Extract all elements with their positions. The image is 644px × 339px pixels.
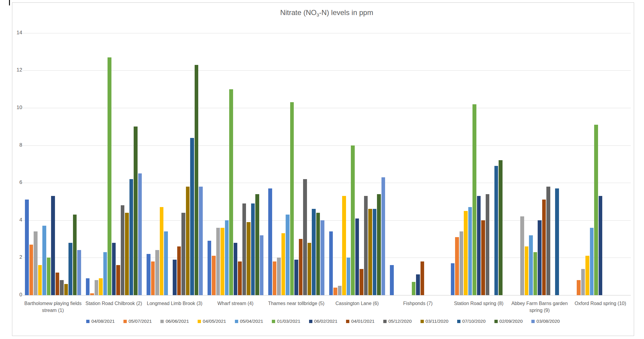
bar-03/08/2020-cat4: [260, 235, 264, 295]
bar-06/02/2021-cat10: [599, 196, 603, 295]
legend-label: 05/04/2021: [240, 319, 263, 324]
bar-05/07/2021-cat5: [273, 261, 277, 295]
bar-01/03/2021-cat10: [594, 125, 598, 295]
bar-03/08/2020-cat2: [138, 173, 142, 295]
y-tick-label: 8: [7, 142, 22, 148]
legend-color-swatch: [421, 320, 424, 323]
bar-05/12/2020-cat1: [60, 280, 64, 295]
bar-06/06/2021-cat1: [34, 231, 38, 295]
bar-04/05/2021-cat10: [585, 256, 589, 295]
bar-03/11/2020-cat1: [64, 284, 68, 295]
bar-05/12/2020-cat8: [486, 194, 490, 295]
legend-item: 01/03/2021: [272, 319, 300, 324]
legend-color-swatch: [457, 320, 460, 323]
bar-04/01/2021-cat4: [238, 261, 242, 295]
bar-05/04/2021-cat1: [42, 226, 46, 295]
bar-06/02/2021-cat4: [234, 243, 238, 295]
bar-01/03/2021-cat5: [290, 102, 294, 295]
bar-05/04/2021-cat5: [286, 215, 290, 295]
gridline: [23, 183, 631, 183]
x-category-label: Fishponds (7): [386, 300, 450, 307]
bar-07/10/2020-cat3: [190, 138, 194, 295]
legend-label: 04/01/2021: [351, 319, 375, 324]
x-category-label: Longmead Limb Brook (3): [142, 300, 207, 307]
gridline: [23, 145, 631, 146]
bar-02/09/2020-cat2: [134, 127, 138, 295]
bar-01/03/2021-cat6: [351, 145, 355, 295]
x-category-label: Oxford Road spring (10): [568, 300, 633, 307]
chart-legend: 04/08/202105/07/202106/06/202104/05/2021…: [12, 319, 634, 324]
bar-07/10/2020-cat8: [494, 166, 498, 295]
bar-05/12/2020-cat3: [181, 213, 185, 295]
bar-03/08/2020-cat1: [77, 250, 81, 295]
x-category-label: Bartholomew playing fields stream (1): [21, 300, 85, 314]
bar-04/01/2021-cat5: [299, 239, 303, 295]
legend-item: 06/02/2021: [309, 319, 338, 324]
bar-03/11/2020-cat2: [125, 213, 129, 295]
bar-04/08/2021-cat6: [329, 231, 333, 295]
legend-color-swatch: [494, 320, 498, 323]
legend-color-swatch: [123, 320, 127, 323]
bar-03/11/2020-cat3: [186, 187, 190, 295]
bar-03/11/2020-cat6: [368, 209, 372, 295]
x-category-label: Thames near tollbridge (5): [264, 300, 328, 307]
bar-07/10/2020-cat6: [373, 209, 377, 295]
bar-04/05/2021-cat9: [525, 246, 529, 295]
bar-02/09/2020-cat6: [377, 194, 381, 295]
legend-item: 05/07/2021: [123, 319, 152, 324]
bar-01/03/2021-cat4: [229, 89, 233, 295]
bar-03/11/2020-cat5: [308, 243, 311, 295]
bar-07/10/2020-cat2: [129, 179, 133, 295]
bar-01/03/2021-cat7: [412, 282, 416, 295]
legend-label: 06/06/2021: [166, 319, 189, 324]
bar-05/07/2021-cat10: [577, 280, 581, 295]
y-tick-label: 12: [7, 67, 22, 73]
legend-label: 07/10/2020: [462, 319, 486, 324]
bar-06/02/2021-cat2: [112, 243, 116, 295]
legend-label: 03/11/2020: [426, 319, 448, 324]
bar-06/02/2021-cat6: [355, 218, 359, 295]
bar-02/09/2020-cat8: [499, 160, 503, 295]
bar-05/04/2021-cat3: [164, 231, 168, 295]
x-category-label: Station Road Chilbrook (2): [82, 300, 146, 307]
bar-07/10/2020-cat9: [555, 188, 559, 295]
bar-07/10/2020-cat4: [251, 203, 255, 295]
bar-05/04/2021-cat4: [225, 220, 229, 295]
y-tick-label: 0: [7, 292, 22, 298]
legend-color-swatch: [86, 320, 90, 323]
legend-item: 03/08/2020: [531, 319, 560, 324]
bar-06/02/2021-cat5: [294, 260, 298, 295]
legend-item: 04/08/2021: [86, 319, 115, 324]
bar-05/12/2020-cat5: [303, 179, 307, 295]
x-category-label: Wharf stream (4): [203, 300, 268, 307]
bar-06/06/2021-cat2: [95, 280, 99, 295]
legend-label: 01/03/2021: [277, 319, 300, 324]
bar-04/01/2021-cat2: [116, 265, 120, 295]
x-category-label: Abbey Farm Barns garden spring (9): [507, 300, 572, 314]
bar-04/08/2021-cat7: [390, 265, 394, 295]
bar-02/09/2020-cat1: [73, 215, 77, 295]
bar-04/01/2021-cat6: [360, 269, 363, 295]
bar-06/06/2021-cat3: [155, 250, 159, 295]
x-category-label: Station Road spring (8): [447, 300, 511, 307]
legend-color-swatch: [346, 320, 349, 323]
bar-05/07/2021-cat4: [212, 256, 216, 295]
bar-05/04/2021-cat9: [529, 235, 533, 295]
bar-06/06/2021-cat8: [460, 231, 463, 295]
legend-label: 05/07/2021: [129, 319, 152, 324]
bar-04/05/2021-cat8: [464, 211, 468, 295]
legend-label: 04/08/2021: [91, 319, 115, 324]
y-tick-label: 4: [7, 217, 22, 223]
legend-item: 05/12/2020: [383, 319, 412, 324]
bar-03/11/2020-cat4: [247, 222, 251, 295]
bar-05/12/2020-cat2: [121, 205, 125, 295]
x-axis-line: [23, 295, 631, 295]
bar-05/04/2021-cat2: [103, 252, 107, 295]
bar-05/07/2021-cat2: [90, 293, 94, 295]
legend-label: 03/08/2020: [536, 319, 560, 324]
bar-03/08/2020-cat3: [199, 187, 203, 295]
bar-06/02/2021-cat3: [173, 260, 177, 295]
legend-item: 02/09/2020: [494, 319, 523, 324]
bar-04/05/2021-cat3: [160, 207, 164, 295]
legend-color-swatch: [272, 320, 275, 323]
